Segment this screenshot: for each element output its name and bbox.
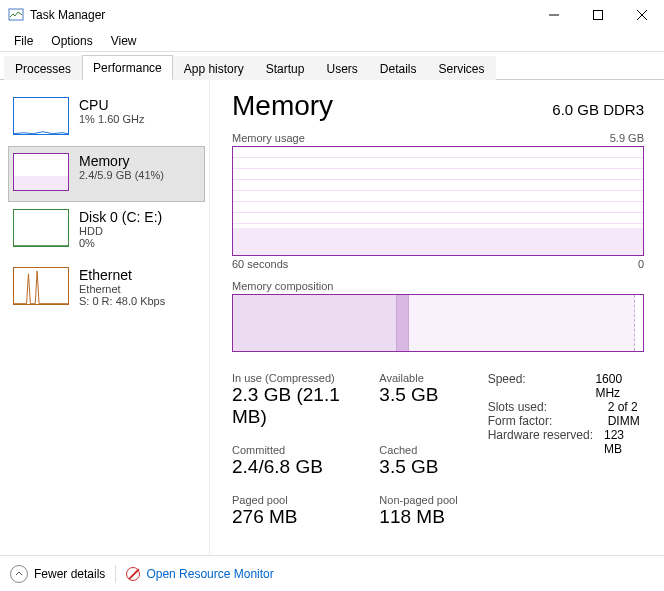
open-resource-monitor-label: Open Resource Monitor — [146, 567, 273, 581]
footer: Fewer details Open Resource Monitor — [0, 555, 664, 591]
memory-thumb-icon — [13, 153, 69, 191]
menu-options[interactable]: Options — [43, 32, 100, 50]
slots-key: Slots used: — [488, 400, 598, 414]
sidebar-disk-sub1: HDD — [79, 225, 162, 237]
tab-processes[interactable]: Processes — [4, 56, 82, 80]
paged-label: Paged pool — [232, 494, 353, 506]
maximize-button[interactable] — [576, 0, 620, 30]
sidebar-memory-sub: 2.4/5.9 GB (41%) — [79, 169, 164, 181]
inuse-value: 2.3 GB (21.1 MB) — [232, 384, 353, 428]
close-button[interactable] — [620, 0, 664, 30]
sidebar-eth-sub1: Ethernet — [79, 283, 165, 295]
composition-modified — [397, 295, 409, 351]
cached-value: 3.5 GB — [379, 456, 457, 478]
tab-startup[interactable]: Startup — [255, 56, 316, 80]
committed-value: 2.4/6.8 GB — [232, 456, 353, 478]
open-resource-monitor-link[interactable]: Open Resource Monitor — [126, 567, 273, 581]
nonpaged-value: 118 MB — [379, 506, 457, 528]
form-key: Form factor: — [488, 414, 598, 428]
form-val: DIMM — [608, 414, 640, 428]
paged-value: 276 MB — [232, 506, 353, 528]
usage-chart-label: Memory usage — [232, 132, 305, 144]
memory-capacity: 6.0 GB DDR3 — [552, 101, 644, 118]
sidebar-disk-sub2: 0% — [79, 237, 162, 249]
slots-val: 2 of 2 — [608, 400, 638, 414]
sidebar-cpu-title: CPU — [79, 97, 144, 113]
available-label: Available — [379, 372, 457, 384]
speed-key: Speed: — [488, 372, 586, 400]
sidebar-memory-title: Memory — [79, 153, 164, 169]
fewer-details-button[interactable]: Fewer details — [10, 565, 105, 583]
footer-separator — [115, 565, 116, 583]
composition-in-use — [233, 295, 397, 351]
window-title: Task Manager — [30, 8, 532, 22]
speed-val: 1600 MHz — [595, 372, 644, 400]
sidebar-cpu-sub: 1% 1.60 GHz — [79, 113, 144, 125]
svg-rect-2 — [594, 11, 603, 20]
available-value: 3.5 GB — [379, 384, 457, 406]
x-axis-right: 0 — [638, 258, 644, 270]
sidebar-disk-title: Disk 0 (C: E:) — [79, 209, 162, 225]
tab-users[interactable]: Users — [315, 56, 368, 80]
tab-services[interactable]: Services — [428, 56, 496, 80]
sidebar-item-ethernet[interactable]: Ethernet Ethernet S: 0 R: 48.0 Kbps — [8, 260, 205, 318]
sidebar-item-disk[interactable]: Disk 0 (C: E:) HDD 0% — [8, 202, 205, 260]
cpu-thumb-icon — [13, 97, 69, 135]
memory-composition-chart[interactable] — [232, 294, 644, 352]
titlebar: Task Manager — [0, 0, 664, 30]
nonpaged-label: Non-paged pool — [379, 494, 457, 506]
tab-strip: Processes Performance App history Startu… — [0, 52, 664, 80]
cached-label: Cached — [379, 444, 457, 456]
composition-label: Memory composition — [232, 280, 333, 292]
sidebar-eth-title: Ethernet — [79, 267, 165, 283]
menubar: File Options View — [0, 30, 664, 52]
sidebar-item-memory[interactable]: Memory 2.4/5.9 GB (41%) — [8, 146, 205, 202]
committed-label: Committed — [232, 444, 353, 456]
menu-view[interactable]: View — [103, 32, 145, 50]
page-title: Memory — [232, 90, 333, 122]
disk-thumb-icon — [13, 209, 69, 247]
tab-performance[interactable]: Performance — [82, 55, 173, 80]
ethernet-thumb-icon — [13, 267, 69, 305]
hw-key: Hardware reserved: — [488, 428, 594, 456]
fewer-details-label: Fewer details — [34, 567, 105, 581]
tab-app-history[interactable]: App history — [173, 56, 255, 80]
composition-free — [635, 295, 643, 351]
hw-val: 123 MB — [604, 428, 644, 456]
x-axis-left: 60 seconds — [232, 258, 288, 270]
app-icon — [8, 7, 24, 23]
usage-chart-max: 5.9 GB — [610, 132, 644, 144]
memory-usage-chart[interactable] — [232, 146, 644, 256]
sidebar-eth-sub2: S: 0 R: 48.0 Kbps — [79, 295, 165, 307]
minimize-button[interactable] — [532, 0, 576, 30]
resource-monitor-icon — [126, 567, 140, 581]
composition-standby — [409, 295, 635, 351]
tab-details[interactable]: Details — [369, 56, 428, 80]
performance-main: Memory 6.0 GB DDR3 Memory usage 5.9 GB 6… — [210, 80, 664, 555]
performance-sidebar: CPU 1% 1.60 GHz Memory 2.4/5.9 GB (41%) … — [0, 80, 210, 555]
inuse-label: In use (Compressed) — [232, 372, 353, 384]
menu-file[interactable]: File — [6, 32, 41, 50]
chevron-up-icon — [10, 565, 28, 583]
sidebar-item-cpu[interactable]: CPU 1% 1.60 GHz — [8, 90, 205, 146]
